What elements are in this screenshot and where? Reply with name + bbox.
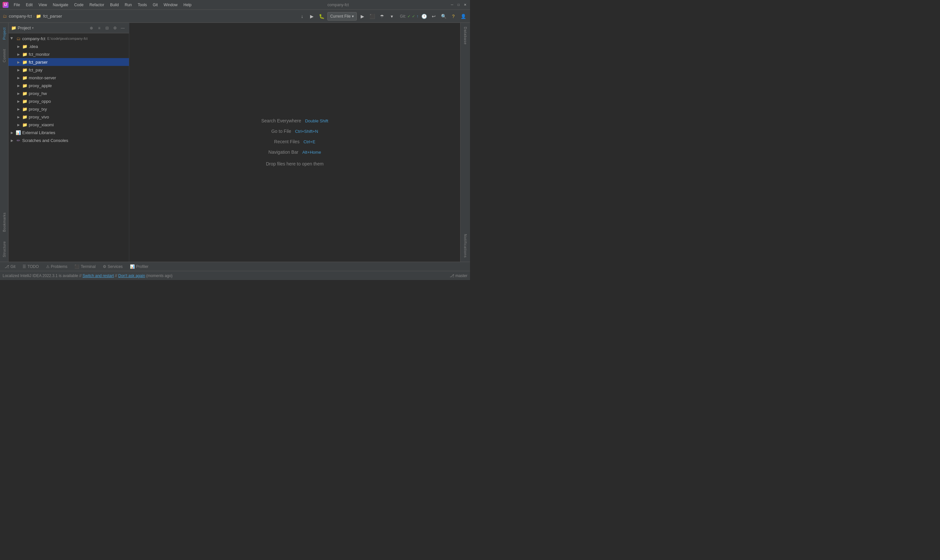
breadcrumb-separator: ›	[33, 14, 35, 18]
git-branch-status[interactable]: ⎇ master	[450, 274, 468, 278]
tree-item-idea[interactable]: ▶ 📁 .idea	[8, 42, 129, 50]
goto-hint-label: Go to File	[271, 129, 291, 134]
search-hint-key: Double Shift	[305, 118, 328, 123]
bottom-tab-todo[interactable]: ☰ TODO	[19, 263, 42, 270]
more-run-button[interactable]: ▾	[388, 12, 396, 20]
maximize-button[interactable]: □	[456, 3, 461, 7]
monitor-server-arrow: ▶	[16, 75, 21, 80]
tree-item-fct-pay[interactable]: ▶ 📁 fct_pay	[8, 66, 129, 74]
menu-run[interactable]: Run	[122, 2, 134, 8]
toolbar: 🗂 company-fct › 📁 fct_parser ↓ ▶ 🐛 Curre…	[0, 10, 470, 23]
help-button[interactable]: ?	[449, 12, 458, 20]
git-check-icon: ✓	[407, 14, 411, 18]
proxy-xiaomi-name: proxy_xiaomi	[29, 122, 54, 127]
minimize-button[interactable]: ─	[450, 3, 454, 7]
menu-view[interactable]: View	[36, 2, 49, 8]
project-title: 📁 Project ▾	[11, 25, 86, 30]
idea-folder-icon: 📁	[22, 44, 28, 49]
breadcrumb-project[interactable]: company-fct	[9, 14, 32, 18]
bottom-tab-problems[interactable]: ⚠ Problems	[43, 263, 71, 270]
proxy-apple-name: proxy_apple	[29, 83, 52, 88]
git-tab-label: Git	[11, 264, 15, 269]
switch-restart-link[interactable]: Switch and restart	[83, 274, 114, 278]
locate-file-button[interactable]: ⊕	[88, 25, 95, 32]
expand-all-button[interactable]: ⊟	[103, 25, 111, 32]
stop-button[interactable]: ⬛	[368, 12, 376, 20]
history-button[interactable]: 🕐	[420, 12, 428, 20]
proxy-vivo-name: proxy_vivo	[29, 115, 49, 120]
proxy-oppo-name: proxy_oppo	[29, 99, 51, 104]
bottom-tab-services[interactable]: ⚙ Services	[100, 263, 126, 270]
dont-ask-link[interactable]: Don't ask again	[118, 274, 145, 278]
run-action-button[interactable]: ▶	[358, 12, 366, 20]
close-button[interactable]: ✕	[463, 3, 468, 7]
project-panel: 📁 Project ▾ ⊕ ≡ ⊟ ⚙ — ▶ 🗂 company-fct E:…	[8, 23, 129, 262]
fct-monitor-icon: 📁	[22, 52, 28, 57]
menu-navigate[interactable]: Navigate	[50, 2, 71, 8]
fct-pay-icon: 📁	[22, 67, 28, 72]
tree-item-proxy-txy[interactable]: ▶ 📁 proxy_txy	[8, 105, 129, 113]
tree-item-scratches[interactable]: ▶ ✏ Scratches and Consoles	[8, 136, 129, 144]
project-label: Project	[18, 25, 31, 30]
debug-button[interactable]: 🐛	[318, 12, 326, 20]
undo-button[interactable]: ↩	[429, 12, 438, 20]
bottom-tab-profiler[interactable]: 📊 Profiler	[127, 263, 152, 270]
root-folder-icon: 🗂	[16, 36, 21, 41]
ext-libs-arrow: ▶	[10, 130, 14, 135]
scratches-arrow: ▶	[10, 138, 14, 143]
vcs-update-button[interactable]: ↓	[298, 12, 306, 20]
run-config-button[interactable]: Current File ▾	[328, 12, 357, 20]
status-message: Localized IntelliJ IDEA 2022.3.1 is avai…	[3, 274, 447, 278]
menu-refactor[interactable]: Refactor	[87, 2, 107, 8]
search-button[interactable]: 🔍	[439, 12, 448, 20]
collapse-all-button[interactable]: ≡	[95, 25, 103, 32]
bookmarks-tab[interactable]: Bookmarks	[1, 208, 8, 237]
fct-monitor-arrow: ▶	[16, 52, 21, 57]
menu-help[interactable]: Help	[181, 2, 194, 8]
coverage-button[interactable]: ☂	[378, 12, 386, 20]
fct-parser-name: fct_parser	[29, 60, 48, 65]
profile-button[interactable]: 👤	[459, 12, 468, 20]
tree-item-proxy-vivo[interactable]: ▶ 📁 proxy_vivo	[8, 113, 129, 121]
notifications-panel-tab[interactable]: Notifications	[462, 231, 469, 260]
menu-build[interactable]: Build	[108, 2, 122, 8]
tree-item-fct-monitor[interactable]: ▶ 📁 fct_monitor	[8, 50, 129, 58]
git-push-icon: ↑	[417, 14, 418, 18]
tree-item-proxy-oppo[interactable]: ▶ 📁 proxy_oppo	[8, 97, 129, 105]
status-bar: Localized IntelliJ IDEA 2022.3.1 is avai…	[0, 271, 470, 280]
navbar-hint-label: Navigation Bar	[268, 149, 298, 155]
menu-file[interactable]: File	[11, 2, 23, 8]
database-panel-tab[interactable]: Database	[462, 24, 469, 47]
commit-tab[interactable]: Commit	[1, 45, 8, 67]
menu-edit[interactable]: Edit	[23, 2, 35, 8]
project-folder-icon: 📁	[11, 25, 16, 30]
app-logo: IJ	[3, 2, 8, 8]
bottom-tab-terminal[interactable]: ⬛ Terminal	[71, 263, 98, 270]
menu-code[interactable]: Code	[71, 2, 86, 8]
tree-item-proxy-apple[interactable]: ▶ 📁 proxy_apple	[8, 82, 129, 89]
project-dropdown-arrow[interactable]: ▾	[32, 26, 34, 30]
fct-parser-icon: 📁	[22, 59, 28, 65]
terminal-tab-label: Terminal	[81, 264, 95, 269]
hint-search: Search Everywhere Double Shift	[262, 118, 328, 123]
profiler-tab-label: Profiler	[136, 264, 149, 269]
tree-item-proxy-hw[interactable]: ▶ 📁 proxy_hw	[8, 89, 129, 97]
tree-item-monitor-server[interactable]: ▶ 📁 monitor-server	[8, 74, 129, 82]
tree-root[interactable]: ▶ 🗂 company-fct E:\code\java\company-fct	[8, 35, 129, 42]
structure-tab[interactable]: Structure	[1, 237, 8, 262]
menu-git[interactable]: Git	[150, 2, 160, 8]
run-button[interactable]: ▶	[308, 12, 316, 20]
project-tab[interactable]: Project	[1, 23, 8, 45]
minimize-panel-button[interactable]: —	[119, 25, 126, 32]
tree-item-external-libs[interactable]: ▶ 📊 External Libraries	[8, 129, 129, 136]
proxy-vivo-icon: 📁	[22, 114, 28, 120]
menu-window[interactable]: Window	[161, 2, 180, 8]
settings-button[interactable]: ⚙	[111, 25, 118, 32]
tree-item-proxy-xiaomi[interactable]: ▶ 📁 proxy_xiaomi	[8, 121, 129, 129]
window-controls: ─ □ ✕	[450, 3, 468, 7]
menu-tools[interactable]: Tools	[135, 2, 149, 8]
idea-name: .idea	[29, 44, 38, 49]
bottom-tab-git[interactable]: ⎇ Git	[1, 263, 18, 270]
tree-item-fct-parser[interactable]: ▶ 📁 fct_parser	[8, 58, 129, 66]
proxy-hw-name: proxy_hw	[29, 91, 47, 96]
